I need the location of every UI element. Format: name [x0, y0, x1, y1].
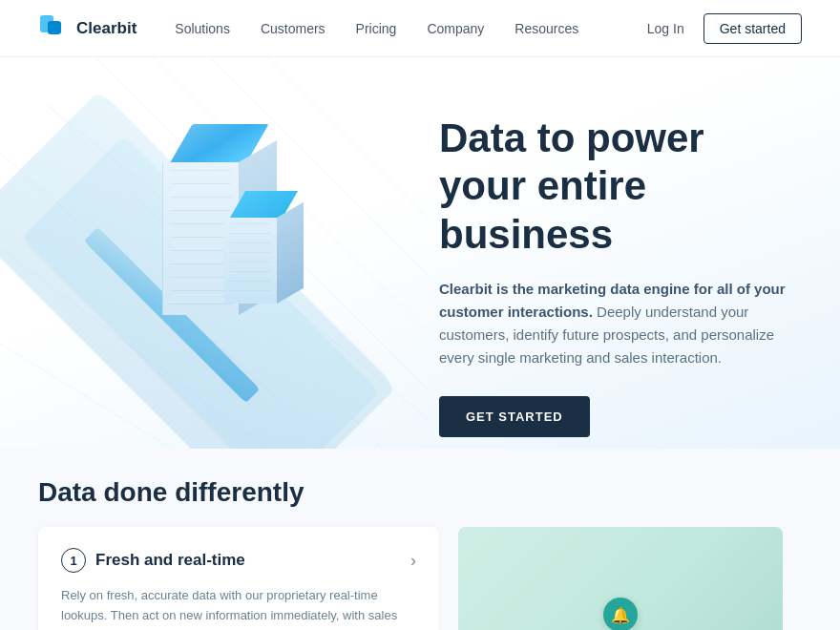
clearbit-logo-icon [38, 13, 69, 44]
get-started-nav-button[interactable]: Get started [704, 13, 802, 44]
small-building-side [277, 202, 304, 304]
chevron-right-icon[interactable]: › [410, 551, 416, 571]
hero-content: Data to power your entire business Clear… [439, 115, 802, 437]
nav-solutions[interactable]: Solutions [175, 21, 230, 36]
nav-customers[interactable]: Customers [261, 21, 326, 36]
map-pin-icon [603, 598, 638, 630]
hero-title: Data to power your entire business [439, 115, 802, 259]
card-number: 1 [61, 548, 86, 573]
feature-card-1: 1 Fresh and real-time › Rely on fresh, a… [38, 527, 439, 630]
card-header: 1 Fresh and real-time › [61, 548, 416, 573]
hero-description: Clearbit is the marketing data engine fo… [439, 278, 802, 369]
logo[interactable]: Clearbit [38, 13, 136, 44]
navbar: Clearbit Solutions Customers Pricing Com… [0, 0, 840, 57]
card-title: Fresh and real-time [95, 551, 245, 570]
hero-section: Data to power your entire business Clear… [0, 57, 840, 449]
nav-links: Solutions Customers Pricing Company Reso… [175, 21, 647, 36]
small-building-front [224, 218, 277, 304]
logo-text: Clearbit [76, 19, 136, 38]
svg-rect-1 [48, 21, 61, 34]
nav-right: Log In Get started [647, 13, 802, 44]
section-title: Data done differently [38, 477, 802, 508]
card-description: Rely on fresh, accurate data with our pr… [61, 586, 416, 630]
nav-pricing[interactable]: Pricing [356, 21, 397, 36]
building-small [224, 191, 277, 304]
cards-row: 1 Fresh and real-time › Rely on fresh, a… [38, 527, 802, 630]
lower-section: Data done differently 1 Fresh and real-t… [0, 449, 840, 630]
hero-cta-button[interactable]: GET STARTED [439, 396, 590, 437]
map-preview-card [458, 527, 783, 630]
login-link[interactable]: Log In [647, 21, 684, 36]
building-illustration [57, 86, 382, 410]
nav-company[interactable]: Company [427, 21, 484, 36]
card-title-row: 1 Fresh and real-time [61, 548, 245, 573]
nav-resources[interactable]: Resources [514, 21, 578, 36]
